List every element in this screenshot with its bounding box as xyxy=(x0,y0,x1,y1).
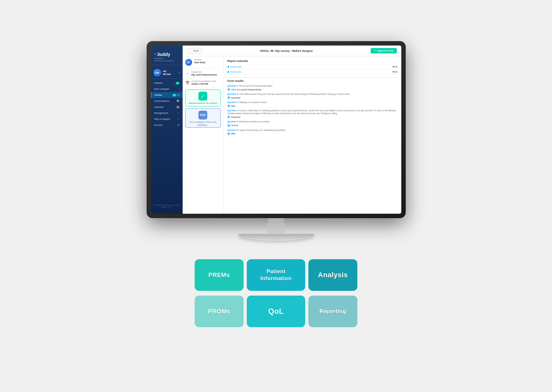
answer-3: Mild xyxy=(227,105,397,107)
ack-label: Acknowledgment date xyxy=(191,80,216,82)
patient-name: Julin Ellas xyxy=(194,61,206,64)
form-preview-box: ✓ Required questions are answered xyxy=(185,89,221,107)
radio-6 xyxy=(227,132,230,135)
sidebar-item-forms[interactable]: Forms 0 ⚙ xyxy=(151,92,183,98)
pdf-icon: PDF xyxy=(198,111,207,119)
sidebar-item-help[interactable]: Help & Support ? xyxy=(151,116,183,122)
outcome-list: HOOS Pain 75 % HOOS AOL 75 % xyxy=(227,64,397,75)
radio-3 xyxy=(227,105,230,107)
form-results-title: Form results xyxy=(227,79,397,83)
carepath-icon: 〜 xyxy=(185,72,190,76)
left-panel: JE Patient Julin Ellas 〜 Carepa xyxy=(183,56,224,214)
outcome-label-1: HOOS AOL xyxy=(227,71,242,73)
check-icon: ✓ xyxy=(177,112,179,114)
user-name: Hill Michael xyxy=(163,70,171,76)
pdf-text: Form is available in PDF to print xyxy=(187,121,219,123)
question-1-text: Question 1: How do you fill in this ques… xyxy=(227,84,397,87)
copyright-text: © 2020 Buddy Healthcare Ltd Oy All right… xyxy=(151,203,183,210)
radio-2 xyxy=(227,96,230,99)
sidebar: + 3uddy Healthcare Automating clinical p… xyxy=(151,46,183,214)
gear-icon: ⚙ xyxy=(177,124,179,126)
chat-icon: 💬 xyxy=(176,100,179,102)
top-bar: ← Back HOOS, JR. Hip survey - Before Sur… xyxy=(183,46,401,56)
monitor-bezel: + 3uddy Healthcare Automating clinical p… xyxy=(147,41,406,218)
tile-patient-info: Patient Information xyxy=(247,259,305,291)
help-icon: ? xyxy=(178,118,179,120)
question-6-text: Question 6: Lying in bed (turning over, … xyxy=(227,129,397,132)
question-5: Question 5: Bending to floor/pick up an … xyxy=(227,120,397,126)
user-area: HM Hill Michael ⇥ xyxy=(151,67,183,79)
patient-avatar: JE xyxy=(185,59,192,66)
monitor-stand-neck xyxy=(264,218,289,234)
answer-4: Moderate xyxy=(227,116,397,118)
tile-prems: PREMs xyxy=(195,259,244,291)
question-4: Question 4: Function, daily living The f… xyxy=(227,109,397,118)
monitor-stand-base xyxy=(238,234,314,241)
outcome-row-1: HOOS AOL 75 % xyxy=(227,70,397,75)
sidebar-item-patients[interactable]: Patients 2 xyxy=(151,80,183,86)
answer-2: Moderate xyxy=(227,96,397,99)
question-2: Question 2: Pain What amount of hip pain… xyxy=(227,93,397,99)
logout-icon[interactable]: ⇥ xyxy=(178,71,180,74)
page-title: HOOS, JR. Hip survey - Before Surgery xyxy=(260,49,313,52)
sidebar-item-calendar[interactable]: Calendar 📅 xyxy=(151,104,183,110)
logo-subtitle: Healthcare xyxy=(154,58,179,59)
logo-tagline: Automating clinical pathways xyxy=(154,60,179,62)
required-text: Required questions are answered xyxy=(187,102,219,104)
checkmark-icon: ✓ xyxy=(198,92,207,101)
logo-area: + 3uddy Healthcare Automating clinical p… xyxy=(151,49,183,65)
sidebar-item-new-carepath[interactable]: New Carepath › xyxy=(151,86,183,92)
back-arrow-icon: ← xyxy=(190,49,192,52)
outcome-label-0: HOOS Pain xyxy=(227,66,242,68)
radio-5 xyxy=(227,124,230,127)
patients-badge: 2 xyxy=(176,82,179,84)
form-results-section: Form results Question 1: How do you fill… xyxy=(227,77,397,135)
outcome-dot-1 xyxy=(227,71,229,73)
carepath-value: Hip Joint Replacement xyxy=(191,73,217,76)
logo-text: 3uddy xyxy=(157,52,170,57)
question-1: Question 1: How do you fill in this ques… xyxy=(227,84,397,91)
right-panel: Report outcome HOOS Pain 75 % xyxy=(224,56,401,214)
ack-value: 2/2/20, 3:02 PM xyxy=(191,83,216,85)
logo-cross-icon: + xyxy=(154,52,156,57)
monitor-screen: + 3uddy Healthcare Automating clinical p… xyxy=(151,46,401,214)
ack-block: 📆 Acknowledgment date 2/2/20, 3:02 PM xyxy=(185,80,221,88)
question-4-text: Question 4: Function, daily living The f… xyxy=(227,109,397,115)
back-button[interactable]: ← Back xyxy=(187,48,202,53)
patient-label: Patient xyxy=(194,59,206,61)
sidebar-item-account[interactable]: Account ⚙ xyxy=(151,122,183,128)
avatar: HM xyxy=(154,69,161,77)
calendar-small-icon: 📆 xyxy=(185,81,190,84)
approve-check-icon: ✓ xyxy=(374,49,376,52)
outcome-dot-0 xyxy=(227,66,229,68)
carepath-block: 〜 Carepath Hip Joint Replacement xyxy=(185,71,221,78)
tile-analysis: Analysis xyxy=(308,259,357,291)
question-3: Question 3: Walking on an uneven surface… xyxy=(227,101,397,107)
report-outcome-title: Report outcome xyxy=(227,59,397,63)
question-5-text: Question 5: Bending to floor/pick up an … xyxy=(227,120,397,123)
forms-settings-icon: ⚙ xyxy=(177,94,179,96)
answer-5: Severe xyxy=(227,124,397,127)
content-area: JE Patient Julin Ellas 〜 Carepa xyxy=(183,56,401,214)
pdf-box: PDF Form is available in PDF to print Do… xyxy=(185,108,221,127)
carepath-label: Carepath xyxy=(191,71,217,73)
patient-info-block: JE Patient Julin Ellas xyxy=(185,59,221,69)
outcome-pct-1: 75 % xyxy=(392,71,397,73)
forms-badge: 0 xyxy=(173,94,176,96)
sidebar-item-conversations[interactable]: Conversations 💬 xyxy=(151,98,183,104)
question-3-text: Question 3: Walking on an uneven surface xyxy=(227,101,397,104)
arrow-icon: › xyxy=(179,88,179,90)
tile-reporting: Reporting xyxy=(308,296,357,327)
download-link[interactable]: Download ... xyxy=(187,124,219,126)
tile-proms: PROMs xyxy=(195,296,244,327)
approve-button[interactable]: ✓ Approve form xyxy=(371,48,397,53)
outcome-row-0: HOOS Pain 75 % xyxy=(227,64,397,70)
radio-1 xyxy=(227,88,230,91)
outcome-pct-0: 75 % xyxy=(392,66,397,68)
sidebar-item-management[interactable]: Management ✓ xyxy=(151,110,183,116)
question-6: Question 6: Lying in bed (turning over, … xyxy=(227,129,397,135)
logo: + 3uddy xyxy=(154,52,179,57)
answer-6: Mild xyxy=(227,132,397,135)
answer-1: I fill it out myself independently xyxy=(227,88,397,91)
main-content: ← Back HOOS, JR. Hip survey - Before Sur… xyxy=(183,46,401,214)
